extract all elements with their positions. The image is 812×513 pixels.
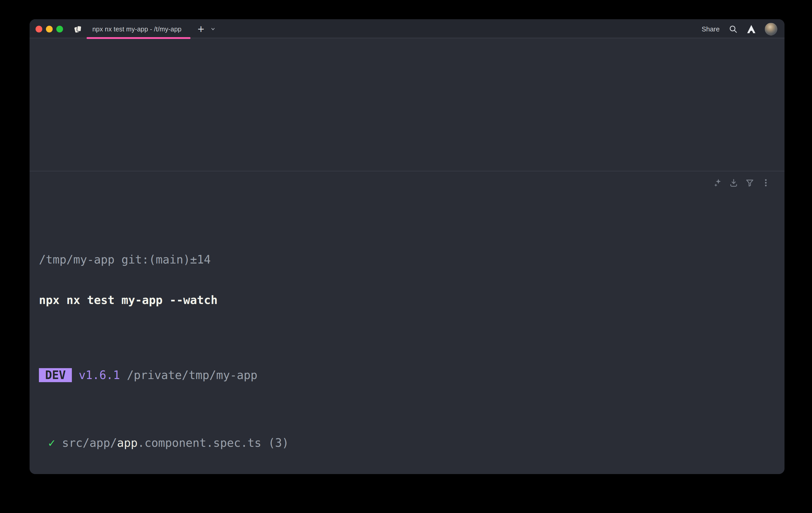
vitest-version: v1.6.1 (79, 369, 120, 382)
titlebar: npx nx test my-app - /t/my-app + Share (30, 19, 784, 39)
project-path: /private/tmp/my-app (127, 369, 257, 382)
chevron-down-icon[interactable] (210, 26, 216, 32)
search-icon[interactable] (728, 24, 738, 34)
dev-badge: DEV (39, 368, 72, 382)
traffic-lights (35, 19, 63, 39)
scrollback-empty-area (30, 39, 784, 171)
active-tab-underline (87, 37, 191, 39)
block-toolbar (713, 178, 771, 187)
command-line: npx nx test my-app --watch (39, 293, 775, 307)
pages-icon[interactable] (73, 24, 83, 34)
check-icon: ✓ (48, 436, 55, 450)
ai-sparkles-icon[interactable] (713, 178, 722, 187)
user-avatar[interactable] (765, 23, 777, 35)
tab-title[interactable]: npx nx test my-app - /t/my-app (92, 25, 182, 33)
filter-icon[interactable] (745, 178, 754, 187)
command-block: /tmp/my-app git:(main)±14 npx nx test my… (30, 171, 784, 474)
minimize-button[interactable] (46, 26, 53, 32)
vitest-dev-line: DEVv1.6.1/private/tmp/my-app (39, 368, 775, 382)
prompt-line: /tmp/my-app git:(main)±14 (39, 252, 775, 267)
warp-logo-icon[interactable] (747, 24, 756, 34)
titlebar-right-controls: Share (702, 23, 777, 35)
share-button[interactable]: Share (702, 25, 720, 33)
maximize-button[interactable] (56, 26, 63, 32)
test-file-row: ✓src/app/app.component.spec.ts (3) (39, 436, 775, 450)
kebab-menu-icon[interactable] (761, 178, 771, 187)
download-icon[interactable] (729, 178, 738, 187)
terminal-pane[interactable]: /tmp/my-app git:(main)±14 npx nx test my… (30, 39, 784, 474)
close-button[interactable] (35, 26, 42, 32)
new-tab-button[interactable]: + (198, 24, 204, 34)
terminal-window: npx nx test my-app - /t/my-app + Share (30, 19, 784, 474)
